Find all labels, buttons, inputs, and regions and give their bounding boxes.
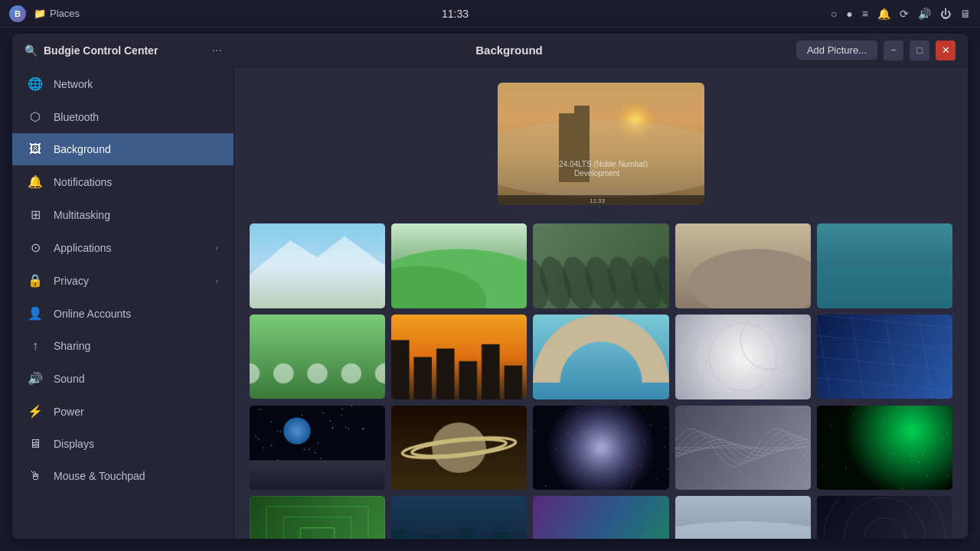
sidebar-icon-privacy: 🔒 — [28, 273, 43, 288]
sidebar-label-sound: Sound — [54, 373, 218, 385]
sidebar-icon-multitasking: ⊞ — [28, 207, 43, 222]
sidebar-icon-applications: ⊙ — [28, 240, 43, 255]
app-title: Budgie Control Center — [44, 44, 206, 57]
sidebar-item-sharing[interactable]: ↑ Sharing — [12, 330, 234, 362]
wallpaper-thumb-w7[interactable] — [391, 315, 527, 399]
wallpaper-thumb-w3[interactable] — [533, 223, 668, 308]
sidebar-item-network[interactable]: 🌐 Network — [12, 67, 234, 100]
sidebar-arrow-applications: › — [215, 243, 218, 253]
sidebar-icon-background: 🖼 — [28, 142, 43, 156]
wallpaper-thumb-w13[interactable] — [533, 406, 668, 491]
tray-power-icon[interactable]: ⏻ — [940, 8, 951, 20]
wallpaper-grid — [250, 223, 952, 539]
sidebar-label-notifications: Notifications — [54, 176, 218, 188]
sidebar-item-multitasking[interactable]: ⊞ Multitasking — [12, 198, 234, 231]
tray-bell-icon[interactable]: 🔔 — [877, 8, 890, 20]
sidebar-item-privacy[interactable]: 🔒 Privacy › — [12, 264, 234, 297]
sidebar-label-mouse-touchpad: Mouse & Touchpad — [54, 470, 218, 482]
sidebar-icon-sharing: ↑ — [28, 339, 43, 353]
wallpaper-thumb-w4[interactable] — [675, 223, 811, 308]
sidebar-label-displays: Displays — [54, 438, 218, 450]
sidebar-item-sound[interactable]: 🔊 Sound — [12, 362, 234, 395]
tray-refresh-icon[interactable]: ⟳ — [900, 8, 909, 20]
sidebar-icon-sound: 🔊 — [28, 371, 43, 386]
wallpaper-thumb-w17[interactable] — [391, 496, 527, 539]
wallpaper-thumb-w9[interactable] — [675, 315, 811, 399]
close-button[interactable]: ✕ — [936, 41, 956, 60]
app-launcher-icon[interactable]: B — [9, 5, 26, 22]
sidebar: 🌐 Network ⬡ Bluetooth 🖼 Background 🔔 Not… — [12, 67, 234, 539]
wallpaper-thumb-w5[interactable] — [817, 223, 952, 308]
sidebar-item-online-accounts[interactable]: 👤 Online Accounts — [12, 297, 234, 330]
sidebar-item-notifications[interactable]: 🔔 Notifications — [12, 165, 234, 198]
wallpaper-thumb-w19[interactable] — [675, 496, 811, 539]
page-title: Background — [475, 44, 543, 57]
places-button[interactable]: 📁 Places — [34, 8, 80, 19]
sidebar-item-displays[interactable]: 🖥 Displays — [12, 428, 234, 460]
sidebar-icon-displays: 🖥 — [28, 437, 43, 451]
sidebar-label-multitasking: Multitasking — [54, 209, 218, 221]
wallpaper-thumb-w10[interactable] — [817, 315, 952, 399]
clock: 11:33 — [442, 8, 469, 20]
sidebar-icon-notifications: 🔔 — [28, 174, 43, 189]
sidebar-item-mouse-touchpad[interactable]: 🖱 Mouse & Touchpad — [12, 460, 234, 492]
wallpaper-thumb-w8[interactable] — [533, 315, 668, 399]
add-picture-button[interactable]: Add Picture... — [796, 41, 877, 60]
sidebar-label-privacy: Privacy — [54, 275, 204, 287]
sidebar-label-bluetooth: Bluetooth — [54, 111, 218, 123]
sidebar-icon-power: ⚡ — [28, 404, 43, 419]
minimize-button[interactable]: − — [884, 41, 903, 60]
menu-button[interactable]: ··· — [212, 44, 222, 57]
sidebar-label-network: Network — [54, 78, 218, 90]
taskbar: B 📁 Places 11:33 ○ ● ≡ 🔔 ⟳ 🔊 ⏻ 🖥 — [0, 0, 980, 28]
wallpaper-thumb-w20[interactable] — [817, 496, 952, 539]
sidebar-label-background: Background — [54, 143, 218, 155]
sidebar-icon-bluetooth: ⬡ — [28, 109, 43, 124]
wallpaper-thumb-w11[interactable] — [250, 406, 385, 491]
wallpaper-thumb-w12[interactable] — [391, 406, 527, 491]
sidebar-label-applications: Applications — [54, 242, 204, 254]
control-center-window: 🔍 Budgie Control Center ··· Background A… — [12, 34, 968, 539]
wallpaper-thumb-w6[interactable] — [250, 315, 385, 399]
tray-circle2-icon: ● — [846, 8, 852, 20]
window-body: 🌐 Network ⬡ Bluetooth 🖼 Background 🔔 Not… — [12, 67, 968, 539]
sidebar-icon-network: 🌐 — [28, 77, 43, 91]
titlebar: 🔍 Budgie Control Center ··· Background A… — [12, 34, 968, 67]
tray-circle1-icon: ○ — [831, 8, 837, 20]
sidebar-label-sharing: Sharing — [54, 340, 218, 352]
wallpaper-thumb-w18[interactable] — [533, 496, 668, 539]
background-preview — [498, 83, 704, 205]
sidebar-item-power[interactable]: ⚡ Power — [12, 395, 234, 428]
sidebar-icon-mouse-touchpad: 🖱 — [28, 469, 43, 483]
sidebar-item-applications[interactable]: ⊙ Applications › — [12, 231, 234, 264]
sidebar-icon-online-accounts: 👤 — [28, 306, 43, 321]
wallpaper-thumb-w1[interactable] — [250, 223, 385, 308]
wallpaper-thumb-w15[interactable] — [817, 406, 952, 491]
sidebar-arrow-privacy: › — [215, 276, 218, 286]
tray-screen-icon[interactable]: 🖥 — [960, 8, 971, 20]
content-area — [234, 67, 968, 539]
wallpaper-thumb-w14[interactable] — [675, 406, 811, 491]
maximize-button[interactable]: □ — [910, 41, 929, 60]
sidebar-item-background[interactable]: 🖼 Background — [12, 133, 234, 165]
search-button[interactable]: 🔍 — [24, 44, 38, 57]
tray-hamburger-icon[interactable]: ≡ — [862, 8, 868, 20]
wallpaper-thumb-w2[interactable] — [391, 223, 527, 308]
wallpaper-thumb-w16[interactable] — [250, 496, 385, 539]
sidebar-label-power: Power — [54, 406, 218, 418]
sidebar-item-bluetooth[interactable]: ⬡ Bluetooth — [12, 100, 234, 133]
sidebar-label-online-accounts: Online Accounts — [54, 308, 218, 320]
folder-icon: 📁 — [34, 8, 46, 19]
tray-volume-icon[interactable]: 🔊 — [918, 8, 931, 20]
